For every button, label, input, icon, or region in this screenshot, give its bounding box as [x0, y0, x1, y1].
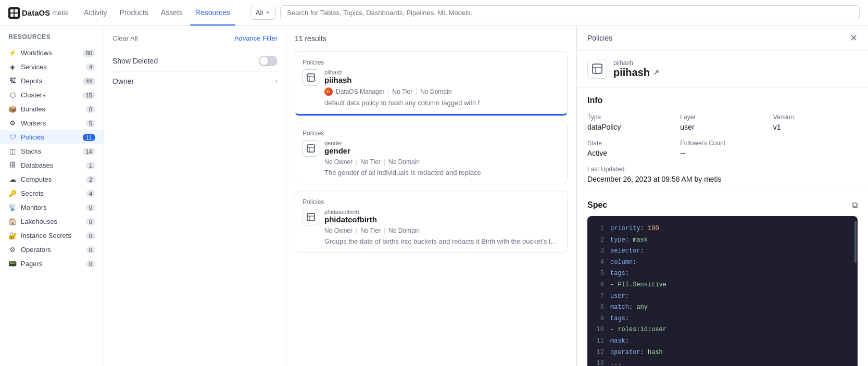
sidebar-count: 0 [86, 260, 95, 268]
card-subtitle: piihash [324, 69, 560, 75]
line-num: 3 [595, 246, 604, 257]
info-title: Info [587, 96, 858, 105]
field-state-label: State [587, 140, 672, 147]
meta-domain: No Domain [388, 227, 420, 234]
copy-icon[interactable]: ⧉ [852, 200, 858, 210]
close-button[interactable]: ✕ [850, 33, 858, 43]
line-num: 4 [595, 257, 604, 269]
sidebar-item-monitors[interactable]: 📡 Monitors 0 [0, 200, 104, 214]
field-layer-value: user [680, 123, 764, 131]
separator: | [356, 227, 357, 234]
search-container: All ▼ [250, 5, 860, 20]
field-updated: Last Updated December 26, 2023 at 09:58 … [587, 166, 858, 183]
line-num: 13 [595, 358, 604, 366]
svg-rect-3 [15, 14, 18, 17]
sidebar-item-databases[interactable]: 🗄 Databases 1 [0, 158, 104, 172]
svg-rect-13 [593, 64, 602, 73]
field-state: State Active [587, 140, 672, 157]
sidebar-label: Secrets [21, 190, 82, 197]
sidebar-item-services[interactable]: ◈ Services 4 [0, 60, 104, 74]
show-deleted-row: Show Deleted [112, 51, 278, 72]
line-num: 6 [595, 280, 604, 291]
sidebar-label: Stacks [21, 147, 79, 155]
depots-icon: 🏗 [8, 77, 17, 85]
card-type-label: Policies [303, 130, 560, 137]
result-card-gender[interactable]: Policies gender gender No Owner | No Tie… [295, 122, 568, 184]
nav-products[interactable]: Products [115, 0, 154, 26]
sidebar-item-lakehouses[interactable]: 🏠 Lakehouses 0 [0, 214, 104, 229]
sidebar-count: 15 [83, 92, 95, 99]
field-type: Type dataPolicy [587, 113, 672, 131]
logo[interactable]: DataOS metis [8, 7, 68, 19]
code-line-8: 8 match: any [595, 302, 850, 313]
sidebar-item-bundles[interactable]: 📦 Bundles 0 [0, 102, 104, 116]
results-count: 11 results [295, 34, 568, 43]
instance-secrets-icon: 🔐 [8, 232, 17, 239]
svg-rect-1 [15, 9, 18, 12]
search-filter-dropdown[interactable]: All ▼ [250, 6, 276, 20]
code-line-13: 13 ... [595, 358, 850, 366]
meta-tier: No Tier [393, 88, 413, 95]
card-title: piihash [324, 75, 560, 84]
meta-tier: No Tier [360, 227, 381, 234]
code-line-9: 9 tags: [595, 313, 850, 325]
show-deleted-toggle[interactable] [259, 56, 278, 66]
nav-activity[interactable]: Activity [79, 0, 112, 26]
code-line-3: 3 selector: [595, 246, 850, 257]
code-line-6: 6 - PII.Sensitive [595, 280, 850, 291]
advance-filter-button[interactable]: Advance Filter [234, 34, 278, 42]
sidebar-label: Services [21, 63, 82, 71]
code-content: selector: [610, 246, 644, 257]
pagers-icon: 📟 [8, 260, 17, 268]
sidebar-item-clusters[interactable]: ⬡ Clusters 15 [0, 88, 104, 102]
card-subtitle: phidateofbirth [324, 209, 560, 215]
field-updated-value: December 26, 2023 at 09:58 AM by metis [587, 175, 858, 183]
nav-resources[interactable]: Resources [190, 0, 235, 26]
logo-text: DataOS [22, 8, 50, 17]
search-input[interactable] [280, 5, 860, 20]
sidebar-count: 44 [83, 78, 95, 85]
clear-all-button[interactable]: Clear All [112, 34, 137, 42]
field-version: Version v1 [773, 113, 858, 131]
chevron-right-icon: › [275, 78, 278, 85]
logo-icon [8, 7, 20, 19]
result-card-phidateofbirth[interactable]: Policies phidateofbirth phidateofbirth N… [295, 191, 568, 253]
top-nav: DataOS metis Activity Products Assets Re… [0, 0, 868, 26]
svg-rect-10 [307, 213, 315, 221]
owner-filter-row[interactable]: Owner › [112, 72, 278, 91]
card-description: The gender of all individuals is redacte… [324, 169, 560, 176]
computes-icon: ☁ [8, 175, 17, 183]
sidebar-item-instance-secrets[interactable]: 🔐 Instance Secrets 0 [0, 229, 104, 243]
toggle-knob [260, 57, 268, 65]
sidebar-item-workers[interactable]: ⚙ Workers 5 [0, 116, 104, 130]
sidebar-item-operators[interactable]: ⚙ Operators 0 [0, 243, 104, 257]
result-card-piihash[interactable]: Policies piihash piihash D DataOS Manage… [295, 51, 568, 116]
show-deleted-label: Show Deleted [112, 57, 158, 65]
external-link-icon[interactable]: ↗ [653, 68, 659, 77]
sidebar-count: 0 [86, 232, 95, 239]
sidebar-item-pagers[interactable]: 📟 Pagers 0 [0, 257, 104, 271]
sidebar-item-secrets[interactable]: 🔑 Secrets 4 [0, 186, 104, 200]
clusters-icon: ⬡ [8, 91, 17, 99]
card-meta: D DataOS Manager | No Tier | No Domain [324, 87, 560, 96]
sidebar-count: 5 [86, 120, 95, 127]
spec-title: Spec [587, 200, 607, 210]
nav-assets[interactable]: Assets [156, 0, 188, 26]
sidebar-item-depots[interactable]: 🏗 Depots 44 [0, 74, 104, 88]
sidebar-item-workflows[interactable]: ⚡ Workflows 80 [0, 46, 104, 60]
meta-owner: No Owner [324, 227, 353, 234]
sidebar-item-policies[interactable]: 🛡 Policies 11 [0, 130, 104, 144]
code-line-11: 11 mask: [595, 336, 850, 347]
sidebar-count: 0 [86, 246, 95, 254]
sidebar-header: Resources [0, 31, 104, 46]
sidebar-count: 0 [86, 218, 95, 225]
card-description: Groups the date of births into buckets a… [324, 237, 560, 245]
chevron-down-icon: ▼ [265, 10, 270, 16]
sidebar-item-stacks[interactable]: ◫ Stacks 14 [0, 144, 104, 158]
code-block: 1 priority: 100 2 type: mask 3 selector:… [587, 216, 858, 366]
sidebar-item-computes[interactable]: ☁ Computes 2 [0, 172, 104, 186]
field-layer: Layer user [680, 113, 764, 131]
monitors-icon: 📡 [8, 204, 17, 211]
logo-suffix: metis [52, 9, 68, 17]
workers-icon: ⚙ [8, 119, 17, 127]
